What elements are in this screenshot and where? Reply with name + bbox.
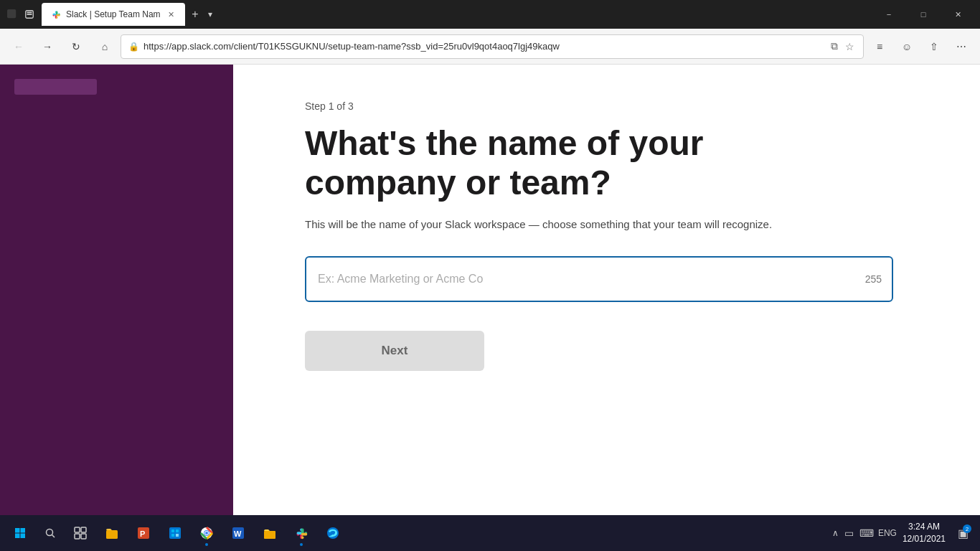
char-count: 255 bbox=[865, 273, 882, 285]
svg-rect-5 bbox=[21, 528, 26, 533]
taskbar-app-slack[interactable] bbox=[287, 519, 316, 547]
toolbar-icons: ≡ ☺ ⇧ ⋯ bbox=[867, 34, 974, 60]
svg-text:W: W bbox=[234, 529, 242, 538]
maximize-button[interactable]: □ bbox=[907, 0, 940, 29]
svg-rect-14 bbox=[106, 530, 118, 539]
svg-rect-12 bbox=[75, 534, 80, 539]
minimize-button[interactable]: − bbox=[872, 0, 905, 29]
taskbar-app-file-explorer[interactable] bbox=[98, 519, 126, 547]
back-button[interactable]: ← bbox=[6, 34, 32, 60]
share-icon[interactable]: ⇧ bbox=[921, 34, 947, 60]
taskbar-app-edge[interactable] bbox=[319, 519, 347, 547]
content-area: Step 1 of 3 What's the name of your comp… bbox=[233, 65, 980, 515]
svg-rect-2 bbox=[27, 12, 32, 14]
reload-button[interactable]: ↻ bbox=[63, 34, 89, 60]
favorites-icon[interactable]: ☆ bbox=[844, 39, 856, 54]
lang-label[interactable]: ENG bbox=[878, 528, 897, 538]
lock-icon: 🔒 bbox=[128, 42, 139, 52]
browser-pages-icon[interactable] bbox=[23, 8, 36, 21]
taskbar-system-icons: ⌨ ENG bbox=[859, 527, 897, 539]
notification-center-button[interactable]: ▣ 2 bbox=[951, 522, 974, 545]
taskbar-app-chrome[interactable] bbox=[192, 519, 221, 547]
taskbar-app-taskview[interactable] bbox=[66, 519, 95, 547]
svg-text:P: P bbox=[140, 529, 145, 538]
url-bar[interactable]: 🔒 https://app.slack.com/client/T01K5SGUK… bbox=[121, 34, 864, 59]
svg-rect-11 bbox=[81, 527, 86, 532]
tab-favicon bbox=[50, 9, 62, 20]
step-label: Step 1 of 3 bbox=[305, 100, 937, 112]
taskbar-app-files[interactable] bbox=[255, 519, 284, 547]
main-area: Step 1 of 3 What's the name of your comp… bbox=[0, 65, 980, 515]
tab-close-button[interactable]: ✕ bbox=[165, 9, 176, 20]
addressbar: ← → ↻ ⌂ 🔒 https://app.slack.com/client/T… bbox=[0, 29, 980, 65]
sidebar bbox=[0, 65, 233, 515]
keyboard-icon: ⌨ bbox=[859, 527, 874, 539]
taskbar-app-store[interactable] bbox=[161, 519, 189, 547]
profile-icon[interactable]: ☺ bbox=[894, 34, 920, 60]
svg-rect-18 bbox=[171, 529, 174, 532]
svg-line-9 bbox=[52, 535, 55, 538]
next-button[interactable]: Next bbox=[305, 331, 484, 371]
tab-bar: Slack | Setup Team Nam ✕ + ▾ bbox=[42, 3, 867, 26]
system-tray-expand[interactable]: ∧ bbox=[832, 528, 839, 538]
svg-rect-6 bbox=[15, 534, 20, 539]
main-heading: What's the name of your company or team? bbox=[305, 123, 843, 202]
svg-rect-10 bbox=[75, 527, 80, 532]
svg-point-8 bbox=[47, 529, 53, 536]
start-button[interactable] bbox=[6, 519, 34, 547]
svg-rect-21 bbox=[176, 534, 179, 537]
more-options-icon[interactable]: ⋯ bbox=[948, 34, 974, 60]
taskbar-clock[interactable]: 3:24 AM 12/01/2021 bbox=[903, 521, 946, 545]
sidebar-logo-area bbox=[0, 65, 233, 109]
svg-rect-13 bbox=[81, 534, 86, 539]
taskbar: P W bbox=[0, 515, 980, 551]
battery-icon: ▭ bbox=[844, 527, 854, 539]
window-controls: − □ ✕ bbox=[872, 0, 974, 29]
svg-rect-20 bbox=[171, 534, 174, 537]
svg-rect-19 bbox=[176, 529, 179, 532]
new-tab-button[interactable]: + bbox=[185, 4, 205, 24]
forward-button[interactable]: → bbox=[34, 34, 60, 60]
svg-rect-3 bbox=[27, 14, 32, 15]
tab-title: Slack | Setup Team Nam bbox=[66, 9, 161, 19]
svg-rect-4 bbox=[15, 528, 20, 533]
svg-rect-0 bbox=[7, 9, 16, 18]
titlebar-left bbox=[6, 8, 36, 21]
taskbar-app-word[interactable]: W bbox=[224, 519, 253, 547]
home-button[interactable]: ⌂ bbox=[92, 34, 118, 60]
taskbar-app-powerpoint[interactable]: P bbox=[129, 519, 158, 547]
svg-rect-7 bbox=[21, 534, 26, 539]
svg-rect-28 bbox=[264, 531, 275, 539]
sidebar-logo-bar bbox=[14, 79, 97, 95]
notification-badge: 2 bbox=[963, 524, 971, 533]
browser-back-icon[interactable] bbox=[6, 8, 19, 21]
team-name-input[interactable] bbox=[305, 256, 893, 302]
sub-text: This will be the name of your Slack work… bbox=[305, 217, 864, 233]
reading-list-icon[interactable]: ≡ bbox=[867, 34, 892, 60]
svg-point-25 bbox=[205, 532, 208, 534]
tab-active[interactable]: Slack | Setup Team Nam ✕ bbox=[42, 3, 185, 26]
svg-rect-17 bbox=[169, 527, 181, 539]
input-wrapper: 255 bbox=[305, 256, 893, 302]
taskbar-right: ∧ ▭ ⌨ ENG 3:24 AM 12/01/2021 ▣ 2 bbox=[832, 521, 974, 545]
url-text: https://app.slack.com/client/T01K5SGUKNU… bbox=[143, 41, 825, 52]
split-view-icon[interactable]: ⧉ bbox=[829, 39, 839, 54]
url-actions: ⧉ ☆ bbox=[829, 39, 856, 54]
tab-dropdown-button[interactable]: ▾ bbox=[205, 6, 215, 22]
search-button[interactable] bbox=[37, 520, 63, 546]
close-button[interactable]: ✕ bbox=[941, 0, 974, 29]
titlebar: Slack | Setup Team Nam ✕ + ▾ − □ ✕ bbox=[0, 0, 980, 29]
